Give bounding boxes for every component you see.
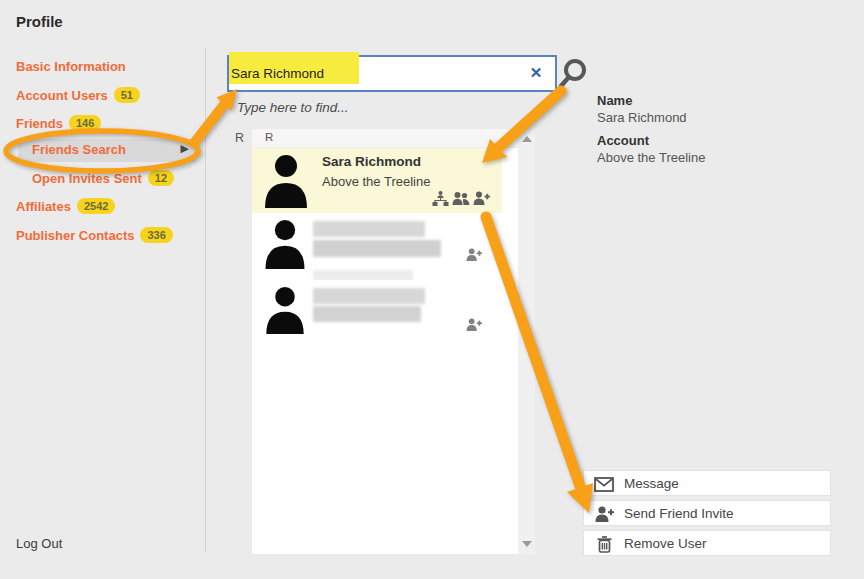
sidebar-divider bbox=[205, 48, 206, 552]
person-add-icon[interactable] bbox=[466, 318, 482, 332]
avatar-icon bbox=[263, 219, 307, 269]
name-value: Sara Richmond bbox=[597, 110, 687, 125]
account-value: Above the Treeline bbox=[597, 150, 705, 165]
list-item-sara-richmond[interactable]: Sara Richmond Above the Treeline bbox=[252, 148, 502, 213]
person-add-icon bbox=[593, 505, 615, 523]
friends-result-list: R Sara Richmond Above the Treeline bbox=[252, 129, 535, 554]
count-badge: 336 bbox=[140, 227, 172, 243]
action-label: Message bbox=[624, 476, 679, 491]
scroll-down-icon[interactable] bbox=[522, 541, 532, 547]
sidebar-item-label: Open Invites Sent bbox=[32, 171, 142, 186]
redacted-text bbox=[313, 306, 421, 322]
annotation-arrow-to-search bbox=[194, 89, 237, 143]
redacted-text bbox=[313, 288, 425, 304]
index-letter: R bbox=[235, 131, 244, 145]
list-item-actions bbox=[432, 191, 490, 206]
count-badge: 2542 bbox=[77, 198, 115, 214]
trash-icon bbox=[593, 535, 615, 553]
list-item-redacted[interactable] bbox=[252, 280, 518, 347]
sidebar-item-label: Affiliates bbox=[16, 199, 71, 214]
person-add-icon[interactable] bbox=[466, 248, 482, 262]
sidebar-item-friends[interactable]: Friends146 bbox=[16, 115, 101, 131]
people-icon[interactable] bbox=[452, 191, 470, 206]
page-title: Profile bbox=[16, 13, 63, 30]
sidebar-item-label: Friends Search bbox=[32, 142, 126, 157]
message-button[interactable]: Message bbox=[583, 470, 831, 496]
person-add-icon[interactable] bbox=[473, 191, 490, 206]
name-label: Name bbox=[597, 93, 632, 108]
sidebar-item-affiliates[interactable]: Affiliates2542 bbox=[16, 198, 115, 214]
avatar-icon bbox=[263, 286, 307, 334]
action-label: Remove User bbox=[624, 536, 707, 551]
envelope-icon bbox=[593, 475, 615, 493]
list-item-subtitle: Above the Treeline bbox=[322, 174, 430, 189]
sidebar-item-label: Publisher Contacts bbox=[16, 228, 134, 243]
list-group-header: R bbox=[252, 129, 518, 148]
count-badge: 51 bbox=[114, 87, 140, 103]
avatar-icon bbox=[263, 154, 309, 208]
list-scrollbar[interactable] bbox=[518, 129, 535, 554]
list-item-name: Sara Richmond bbox=[322, 154, 421, 169]
redacted-text bbox=[313, 240, 441, 257]
sidebar-item-basic-information[interactable]: Basic Information bbox=[16, 59, 126, 74]
send-friend-invite-button[interactable]: Send Friend Invite bbox=[583, 500, 831, 526]
count-badge: 12 bbox=[148, 170, 174, 186]
org-chart-icon[interactable] bbox=[432, 191, 449, 206]
search-hint: Type here to find... bbox=[237, 100, 349, 115]
search-icon[interactable] bbox=[556, 57, 590, 91]
scroll-up-icon[interactable] bbox=[522, 136, 532, 142]
account-label: Account bbox=[597, 133, 649, 148]
sidebar-item-friends-search[interactable]: Friends Search ▶ bbox=[18, 139, 196, 162]
clear-search-icon[interactable]: ✕ bbox=[525, 62, 547, 84]
action-label: Send Friend Invite bbox=[624, 506, 734, 521]
sidebar-item-account-users[interactable]: Account Users51 bbox=[16, 87, 140, 103]
sidebar-item-open-invites-sent[interactable]: Open Invites Sent12 bbox=[32, 170, 174, 186]
search-input[interactable] bbox=[231, 58, 519, 89]
count-badge: 146 bbox=[69, 115, 101, 131]
submenu-arrow-icon: ▶ bbox=[181, 142, 189, 155]
sidebar-item-label: Account Users bbox=[16, 88, 108, 103]
remove-user-button[interactable]: Remove User bbox=[583, 530, 831, 556]
sidebar-item-publisher-contacts[interactable]: Publisher Contacts336 bbox=[16, 227, 173, 243]
profile-page: Profile Basic Information Account Users5… bbox=[0, 0, 864, 579]
list-item-redacted[interactable] bbox=[252, 213, 518, 280]
redacted-text bbox=[313, 221, 425, 237]
logout-link[interactable]: Log Out bbox=[16, 536, 62, 551]
sidebar-item-label: Friends bbox=[16, 116, 63, 131]
